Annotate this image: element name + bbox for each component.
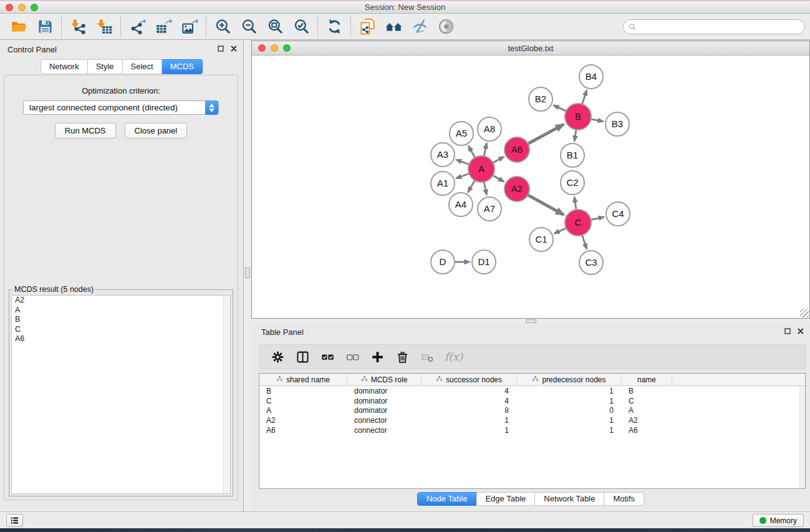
graph-node-C3[interactable]: C3 (579, 251, 603, 274)
cell-shared-name[interactable]: A2 (259, 416, 347, 425)
graph-node-B4[interactable]: B4 (579, 65, 603, 89)
cell-name[interactable]: B (622, 387, 672, 395)
mcds-result-item[interactable]: A2 (12, 296, 230, 306)
graph-edge-A-A3[interactable] (456, 160, 469, 165)
network-canvas[interactable]: AA1A2A3A4A5A6A7A8BB1B2B3B4CC1C2C3C4DD1 (252, 56, 809, 318)
network-window-titlebar[interactable]: testGlobe.txt (252, 41, 809, 56)
cell-name[interactable]: A6 (622, 426, 672, 435)
close-table-panel-icon[interactable] (797, 327, 804, 335)
tab-node-table[interactable]: Node Table (417, 492, 477, 506)
cell-predecessors[interactable]: 1 (517, 416, 622, 425)
table-row[interactable]: A6connector11A6 (259, 425, 805, 435)
export-table-icon[interactable] (153, 16, 174, 37)
table-row[interactable]: Bdominator41B (259, 386, 805, 396)
graph-edge-C-C1[interactable] (554, 228, 566, 233)
graph-node-C2[interactable]: C2 (561, 171, 584, 195)
cell-name[interactable]: A2 (622, 416, 672, 425)
task-history-button[interactable] (6, 514, 23, 527)
split-view-icon[interactable] (295, 349, 310, 364)
zoom-fit-icon[interactable] (264, 16, 286, 37)
tab-mcds[interactable]: MCDS (162, 59, 203, 74)
graph-node-A3[interactable]: A3 (431, 143, 455, 167)
cell-successors[interactable]: 8 (422, 406, 517, 415)
graph-edge-A-A2[interactable] (493, 176, 504, 182)
hide-selected-icon[interactable] (409, 16, 430, 37)
tab-network[interactable]: Network (41, 59, 88, 74)
graph-edge-C-C3[interactable] (582, 235, 587, 249)
mcds-result-item[interactable]: B (12, 315, 230, 325)
cell-mcds-role[interactable]: connector (347, 416, 422, 425)
mcds-result-item[interactable]: C (12, 325, 230, 335)
graph-edge-A6-B[interactable] (528, 125, 564, 144)
cell-successors[interactable]: 4 (422, 387, 517, 395)
table-row[interactable]: A2connector11A2 (259, 415, 805, 425)
export-image-icon[interactable] (179, 16, 200, 37)
deselect-all-icon[interactable] (345, 349, 360, 364)
first-neighbors-icon[interactable] (383, 16, 404, 37)
graph-edge-A2-C[interactable] (528, 195, 564, 215)
zoom-in-icon[interactable] (212, 16, 233, 37)
search-box[interactable] (623, 19, 805, 34)
add-column-icon[interactable] (370, 349, 385, 364)
close-panel-button[interactable]: Close panel (125, 123, 188, 138)
network-graph[interactable]: AA1A2A3A4A5A6A7A8BB1B2B3B4CC1C2C3C4DD1 (252, 56, 809, 318)
cell-successors[interactable]: 1 (422, 426, 517, 435)
result-scrollbar[interactable] (223, 296, 230, 493)
graph-node-A5[interactable]: A5 (450, 122, 473, 145)
graph-node-C[interactable]: C (565, 210, 591, 236)
close-window-button[interactable] (6, 4, 13, 11)
column-header-name[interactable]: name (622, 374, 672, 385)
close-panel-icon[interactable] (230, 45, 238, 52)
column-header-predecessor-nodes[interactable]: predecessor nodes (517, 374, 622, 385)
graph-edge-A-A1[interactable] (456, 173, 469, 178)
cell-predecessors[interactable]: 1 (517, 397, 622, 405)
graph-node-B1[interactable]: B1 (561, 143, 584, 167)
column-header-shared-name[interactable]: shared name (259, 374, 347, 385)
optimization-criterion-select[interactable]: largest connected component (directed) (23, 100, 219, 115)
graph-node-A1[interactable]: A1 (431, 172, 455, 195)
mcds-result-item[interactable]: A (12, 306, 230, 316)
cell-predecessors[interactable]: 0 (517, 406, 622, 415)
cell-successors[interactable]: 4 (422, 397, 517, 405)
graph-node-A6[interactable]: A6 (504, 137, 529, 162)
graph-edge-B-B1[interactable] (574, 130, 576, 141)
memory-button[interactable]: Memory (753, 514, 804, 527)
run-mcds-button[interactable]: Run MCDS (55, 123, 116, 138)
cell-predecessors[interactable]: 1 (517, 387, 622, 395)
cell-name[interactable]: A (622, 406, 672, 415)
minimize-window-button[interactable] (18, 4, 26, 11)
graph-node-B3[interactable]: B3 (605, 112, 629, 136)
tab-select[interactable]: Select (123, 59, 162, 74)
graph-edge-B-B3[interactable] (591, 119, 603, 122)
graph-edge-A-A5[interactable] (468, 146, 475, 157)
save-icon[interactable] (34, 16, 55, 37)
graph-node-A[interactable]: A (468, 156, 494, 182)
maximize-window-button[interactable] (31, 4, 38, 11)
graph-edge-B-B4[interactable] (582, 90, 587, 104)
resize-grip[interactable] (800, 309, 809, 317)
graph-node-A4[interactable]: A4 (449, 193, 473, 216)
mcds-result-item[interactable]: A6 (12, 334, 230, 344)
graph-node-B[interactable]: B (565, 104, 591, 130)
network-minimize-button[interactable] (271, 44, 278, 52)
search-input[interactable] (640, 21, 804, 33)
network-maximize-button[interactable] (283, 44, 291, 52)
float-panel-icon[interactable] (217, 45, 224, 52)
graph-edge-A-A4[interactable] (468, 181, 475, 192)
graph-node-A2[interactable]: A2 (504, 177, 529, 201)
import-table-icon[interactable] (94, 16, 115, 37)
graph-node-A8[interactable]: A8 (478, 117, 501, 141)
cell-mcds-role[interactable]: dominator (347, 397, 422, 405)
cell-mcds-role[interactable]: connector (347, 426, 422, 435)
cell-mcds-role[interactable]: dominator (347, 406, 422, 415)
graph-node-D[interactable]: D (431, 250, 455, 274)
import-network-icon[interactable] (67, 16, 89, 37)
open-folder-icon[interactable] (8, 16, 29, 37)
cell-shared-name[interactable]: C (259, 397, 347, 405)
refresh-icon[interactable] (324, 16, 345, 37)
graph-node-C1[interactable]: C1 (529, 228, 553, 251)
table-scrollbar[interactable] (799, 386, 805, 488)
table-row[interactable]: Cdominator41C (259, 396, 805, 406)
delete-rows-icon[interactable] (395, 349, 410, 364)
cell-name[interactable]: C (622, 397, 672, 405)
